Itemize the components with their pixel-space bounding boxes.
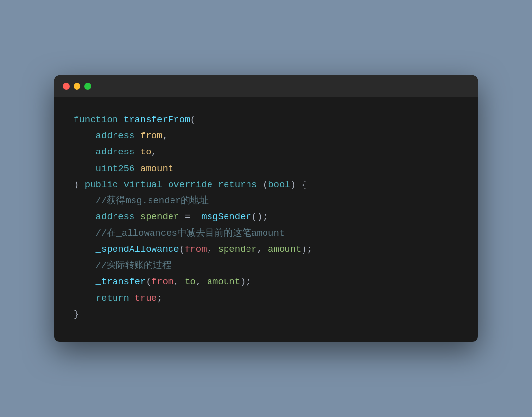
code-line-7: address spender = _msgSender();	[74, 209, 458, 225]
code-line-6: //获得msg.sender的地址	[74, 193, 458, 209]
code-window: function transferFrom( address from, add…	[54, 75, 478, 342]
code-block: function transferFrom( address from, add…	[54, 97, 478, 342]
code-line-13: }	[74, 306, 458, 322]
maximize-button[interactable]	[84, 83, 91, 90]
code-line-4: uint256 amount	[74, 161, 458, 177]
titlebar	[54, 75, 478, 97]
code-line-10: //实际转账的过程	[74, 258, 458, 274]
code-line-3: address to,	[74, 144, 458, 160]
code-line-8: //在_allowances中减去目前的这笔amount	[74, 226, 458, 242]
code-line-5: ) public virtual override returns (bool)…	[74, 177, 458, 193]
code-line-11: _transfer(from, to, amount);	[74, 274, 458, 290]
code-line-1: function transferFrom(	[74, 112, 458, 128]
code-line-9: _spendAllowance(from, spender, amount);	[74, 242, 458, 258]
close-button[interactable]	[63, 83, 70, 90]
code-line-2: address from,	[74, 128, 458, 144]
code-line-12: return true;	[74, 290, 458, 306]
minimize-button[interactable]	[74, 83, 80, 90]
